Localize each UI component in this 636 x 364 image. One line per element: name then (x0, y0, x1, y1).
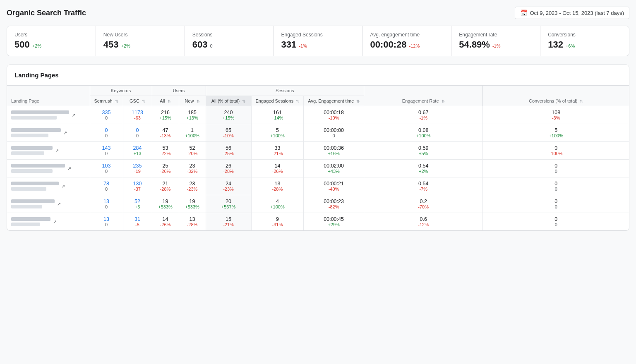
table-cell: 52 -20% (179, 142, 206, 160)
table-cell-link: 130 -37 (123, 177, 152, 195)
sort-icon-engaged-sessions[interactable]: ⇅ (296, 99, 299, 103)
table-wrapper: Landing Page Keywords Users Sessions Eng… (7, 86, 629, 230)
table-cell: 00:00:18 -10% (304, 106, 364, 124)
sort-icon-gsc[interactable]: ⇅ (142, 99, 145, 103)
landing-page-cell: ↗ (7, 106, 90, 124)
metric-value: 500 (14, 39, 30, 50)
landing-page-cell: ↗ (7, 142, 90, 160)
table-row: ↗ 103 0 235 -19 25 -26% (7, 160, 629, 177)
table-cell: 33 -21% (251, 142, 304, 160)
metric-item: Sessions 603 0 (185, 26, 274, 56)
table-cell: 53 -22% (152, 142, 179, 160)
table-cell: 19 +533% (152, 195, 179, 213)
table-cell: 0.54 -7% (364, 177, 482, 195)
table-cell: 65 -10% (206, 124, 251, 142)
table-cell: 0 0 (483, 213, 629, 231)
col-header-users-new: New ⇅ (179, 96, 206, 106)
metric-delta: -1% (299, 43, 307, 48)
metric-label: Avg. engagement time (370, 32, 444, 38)
table-cell: 0 -100% (483, 142, 629, 160)
table-row: ↗ 78 0 130 -37 21 -28% (7, 177, 629, 195)
metric-label: New Users (103, 32, 177, 38)
metric-label: Users (14, 32, 88, 38)
table-cell-link: 335 0 (90, 106, 123, 124)
col-header-engaged-sessions: Engaged Sessions ⇅ (251, 96, 304, 106)
table-cell: 0.67 -1% (364, 106, 482, 124)
external-link-icon[interactable]: ↗ (57, 201, 61, 207)
external-link-icon[interactable]: ↗ (55, 148, 59, 153)
table-cell: 216 +15% (152, 106, 179, 124)
col-header-engagement-rate: Engagement Rate ⇅ (364, 86, 482, 106)
external-link-icon[interactable]: ↗ (53, 219, 57, 225)
table-cell: 4 +100% (251, 195, 304, 213)
metric-value: 00:00:28 (370, 39, 406, 50)
table-cell: 9 -31% (251, 213, 304, 231)
metric-delta: +6% (566, 43, 575, 48)
external-link-icon[interactable]: ↗ (72, 113, 75, 118)
col-header-gsc: GSC ⇅ (123, 96, 152, 106)
metric-item: Users 500 +2% (7, 26, 96, 56)
table-cell: 23 -32% (179, 160, 206, 177)
table-cell: 0.6 -12% (364, 213, 482, 231)
calendar-icon: 📅 (520, 10, 527, 16)
table-row: ↗ 13 0 52 +5 19 +533% (7, 195, 629, 213)
external-link-icon[interactable]: ↗ (63, 130, 67, 136)
metric-delta: 0 (210, 43, 212, 48)
sort-icon-conversions[interactable]: ⇅ (580, 99, 583, 103)
table-cell: 0.08 +100% (364, 124, 482, 142)
sort-icon-users-new[interactable]: ⇅ (197, 99, 200, 103)
sort-icon-eng-rate[interactable]: ⇅ (442, 99, 445, 103)
table-cell: 00:02:00 +43% (304, 160, 364, 177)
metric-label: Engaged Sessions (281, 32, 355, 38)
sort-icon-semrush[interactable]: ⇅ (115, 99, 118, 103)
date-range-label: Oct 9, 2023 - Oct 15, 2023 (last 7 days) (530, 10, 624, 16)
table-cell: 5 +100% (251, 124, 304, 142)
table-cell: 0 0 (483, 177, 629, 195)
col-header-conversions: Conversions (% of total) ⇅ (483, 86, 629, 106)
landing-page-cell: ↗ (7, 177, 90, 195)
date-range-button[interactable]: 📅 Oct 9, 2023 - Oct 15, 2023 (last 7 day… (515, 7, 629, 19)
metric-item: Engaged Sessions 331 -1% (274, 26, 363, 56)
table-cell: 47 -13% (152, 124, 179, 142)
sort-icon-sessions-all[interactable]: ⇅ (242, 99, 245, 103)
table-cell: 23 -23% (179, 177, 206, 195)
metric-value: 132 (548, 39, 563, 50)
table-cell: 185 +13% (179, 106, 206, 124)
table-cell: 13 -28% (251, 177, 304, 195)
table-cell: 15 -21% (206, 213, 251, 231)
external-link-icon[interactable]: ↗ (67, 166, 71, 171)
metric-label: Engagement rate (459, 32, 533, 38)
col-group-keywords: Keywords (90, 86, 152, 96)
table-cell: 56 -25% (206, 142, 251, 160)
sort-icon-avg-eng-time[interactable]: ⇅ (356, 99, 360, 103)
col-header-avg-eng-time: Avg. Engagement time ⇅ (304, 96, 364, 106)
sort-icon-users-all[interactable]: ⇅ (168, 99, 171, 103)
table-row: ↗ 143 0 284 +13 53 -22% (7, 142, 629, 160)
table-cell: 240 +15% (206, 106, 251, 124)
table-cell: 00:00:00 0 (304, 124, 364, 142)
landing-page-cell: ↗ (7, 213, 90, 231)
table-cell: 24 -23% (206, 177, 251, 195)
table-cell: 0.59 +5% (364, 142, 482, 160)
table-cell-link: 284 +13 (123, 142, 152, 160)
metric-delta: -1% (492, 43, 501, 48)
table-cell: 5 +100% (483, 124, 629, 142)
table-cell: 0 0 (483, 160, 629, 177)
table-header-row-1: Landing Page Keywords Users Sessions Eng… (7, 86, 629, 96)
metric-delta: +2% (32, 43, 41, 48)
metric-item: Engagement rate 54.89% -1% (451, 26, 540, 56)
table-cell: 14 -26% (152, 213, 179, 231)
landing-page-cell: ↗ (7, 124, 90, 142)
table-cell: 19 +533% (179, 195, 206, 213)
table-cell: 14 -26% (251, 160, 304, 177)
table-cell-link: 78 0 (90, 177, 123, 195)
table-cell: 25 -26% (152, 160, 179, 177)
table-cell-link: 235 -19 (123, 160, 152, 177)
table-cell: 13 -28% (179, 213, 206, 231)
table-cell: 00:00:23 -82% (304, 195, 364, 213)
metric-value: 453 (103, 39, 119, 50)
table-cell-link: 52 +5 (123, 195, 152, 213)
col-header-semrush: Semrush ⇅ (90, 96, 123, 106)
external-link-icon[interactable]: ↗ (61, 184, 65, 189)
metric-value: 331 (281, 39, 297, 50)
